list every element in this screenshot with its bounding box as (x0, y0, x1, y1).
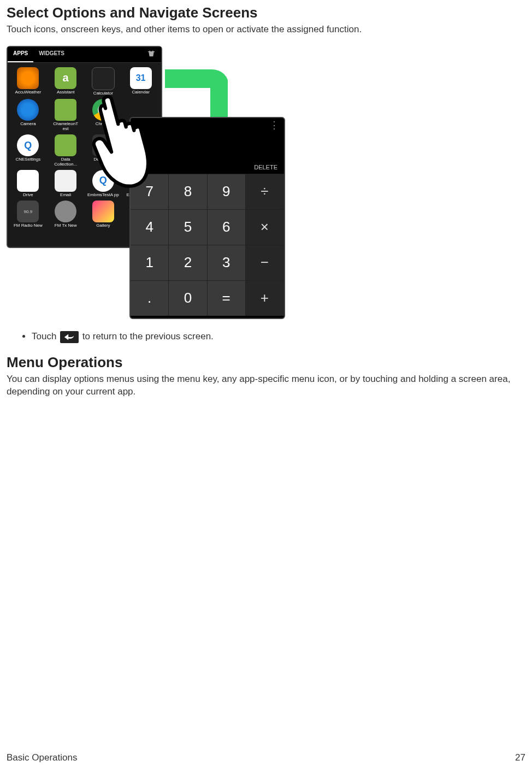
app-label: Drive (23, 193, 33, 197)
tab-apps[interactable]: APPS (8, 47, 33, 62)
key-−[interactable]: − (246, 245, 284, 280)
section-title-select-options: Select Options and Navigate Screens (7, 4, 525, 21)
key-9[interactable]: 9 (208, 174, 246, 209)
section2-body: You can display options menus using the … (7, 373, 525, 398)
section1-intro: Touch icons, onscreen keys, and other it… (7, 23, 525, 36)
app-label: AccuWeather (15, 90, 41, 95)
app-camera[interactable]: Camera (11, 99, 45, 131)
key-×[interactable]: × (246, 209, 284, 245)
overflow-menu-icon[interactable]: ⋮ (269, 119, 280, 131)
key-1[interactable]: 1 (131, 245, 169, 280)
app-data[interactable]: Data Collection... (49, 134, 83, 167)
app-label: FM Tx New (55, 223, 77, 228)
figure-touch-navigate: APPS WIDGETS AccuWeatheraAssistantCalcul… (7, 46, 291, 325)
app-gallery[interactable]: Gallery (86, 201, 121, 228)
email-icon (55, 170, 76, 192)
app-label: Gallery (96, 223, 110, 228)
assistant-icon: a (55, 67, 76, 89)
fmradio-icon: 90.9 (17, 201, 39, 222)
data-icon (55, 134, 76, 156)
app-fmtx[interactable]: FM Tx New (49, 201, 83, 228)
apps-tabs: APPS WIDGETS (8, 47, 161, 63)
key-2[interactable]: 2 (169, 245, 207, 280)
calc-keypad: 789÷456×123−.0=+ (131, 174, 284, 316)
app-accuweather[interactable]: AccuWeather (11, 67, 45, 96)
key-3[interactable]: 3 (208, 245, 246, 280)
app-drive[interactable]: Drive (11, 170, 45, 197)
camera-icon (17, 99, 39, 121)
bullet-back: Touch to return to the previous screen. (32, 331, 525, 343)
app-email[interactable]: Email (49, 170, 83, 197)
page-footer: Basic Operations 27 (7, 752, 525, 763)
section-title-menu-operations: Menu Operations (7, 354, 525, 371)
key-=[interactable]: = (208, 280, 246, 316)
accuweather-icon (17, 67, 39, 89)
app-label: CNESettings (15, 157, 40, 162)
app-label: Email (60, 193, 71, 197)
bullet-back-post: to return to the previous screen. (80, 331, 214, 341)
key-+[interactable]: + (246, 280, 284, 316)
bullet-list: Touch to return to the previous screen. (7, 331, 525, 343)
app-label: Assistant (57, 90, 74, 95)
footer-section: Basic Operations (7, 752, 77, 763)
app-label: Camera (20, 122, 36, 126)
tab-widgets[interactable]: WIDGETS (33, 47, 70, 62)
app-cne[interactable]: QCNESettings (11, 134, 45, 167)
key-0[interactable]: 0 (169, 280, 207, 316)
key-6[interactable]: 6 (208, 209, 246, 245)
back-icon (60, 331, 79, 343)
footer-page-number: 27 (515, 752, 525, 763)
app-label: FM Radio New (14, 223, 43, 228)
app-fmradio[interactable]: 90.9FM Radio New (11, 201, 45, 228)
cne-icon: Q (17, 134, 39, 156)
app-label: Data Collection... (50, 157, 81, 167)
bullet-back-pre: Touch (32, 331, 59, 341)
key-÷[interactable]: ÷ (246, 174, 284, 209)
app-assistant[interactable]: aAssistant (49, 67, 83, 96)
fmtx-icon (55, 201, 76, 222)
drive-icon (17, 170, 39, 192)
shop-icon[interactable] (141, 47, 161, 62)
key-5[interactable]: 5 (169, 209, 207, 245)
key-4[interactable]: 4 (131, 209, 169, 245)
delete-button[interactable]: DELETE (254, 164, 277, 170)
key-.[interactable]: . (131, 280, 169, 316)
